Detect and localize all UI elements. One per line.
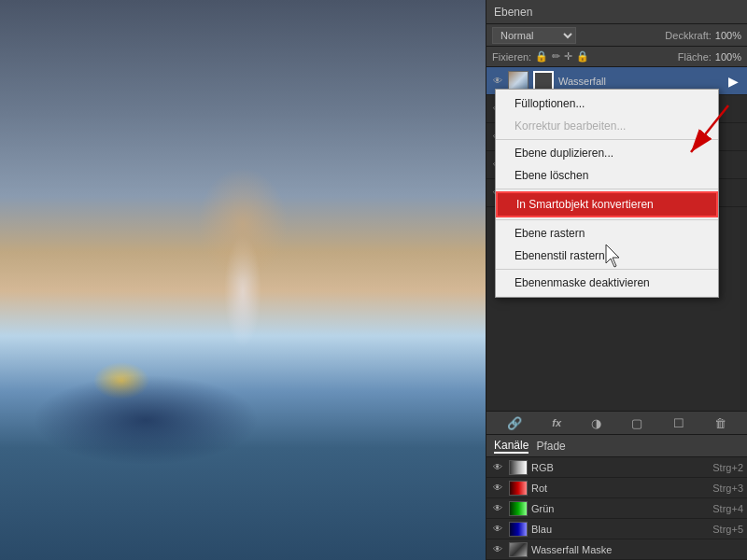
fix-icon-4[interactable]: 🔒 xyxy=(576,50,589,63)
menu-item-ebenenmaske[interactable]: Ebenenmaske deaktivieren xyxy=(496,272,718,294)
eye-icon-rot[interactable]: 👁 xyxy=(490,481,505,496)
eye-icon-wasserfall[interactable]: 👁 xyxy=(490,74,505,89)
channel-thumb-wmaske xyxy=(509,542,528,557)
adjustment-icon[interactable]: ◑ xyxy=(591,416,601,430)
blend-mode-select[interactable]: Normal xyxy=(492,27,576,44)
menu-separator-2 xyxy=(496,189,718,189)
menu-item-fulloption[interactable]: Fülloptionen... xyxy=(496,92,718,115)
menu-item-loschen[interactable]: Ebene löschen xyxy=(496,164,718,187)
flache-label: Fläche: xyxy=(678,51,712,63)
context-menu: Fülloptionen... Korrektur bearbeiten... … xyxy=(495,89,719,298)
menu-item-ebene-rastern[interactable]: Ebene rastern xyxy=(496,222,718,245)
menu-separator-3 xyxy=(496,219,718,220)
panel-title: Ebenen xyxy=(494,6,532,19)
fix-icon-1[interactable]: 🔒 xyxy=(535,50,548,63)
fix-icon-3[interactable]: ✛ xyxy=(564,50,572,63)
link-icon[interactable]: 🔗 xyxy=(507,416,522,430)
menu-item-smartobjekt[interactable]: In Smartobjekt konvertieren xyxy=(496,191,718,217)
canvas-image xyxy=(0,0,486,560)
channels-list: 👁 RGB Strg+2 👁 Rot Strg+3 👁 Grün Strg+4 … xyxy=(486,457,747,560)
new-layer-icon[interactable]: ☐ xyxy=(673,416,684,430)
channel-name-blau: Blau xyxy=(531,524,712,535)
bottom-icons: 🔗 fx ◑ ▢ ☐ 🗑 xyxy=(486,411,747,435)
channel-name-wmaske: Wasserfall Maske xyxy=(531,544,743,555)
tab-pfade[interactable]: Pfade xyxy=(536,440,565,453)
canvas-overlay xyxy=(0,0,486,560)
flache-value: 100% xyxy=(715,51,741,63)
canvas-area xyxy=(0,0,486,560)
channel-thumb-gruen xyxy=(509,501,528,516)
channel-wasserfall-maske[interactable]: 👁 Wasserfall Maske xyxy=(486,539,747,560)
channel-shortcut-rgb: Strg+2 xyxy=(712,462,743,473)
channel-thumb-rot xyxy=(509,481,528,496)
eye-icon-wmaske[interactable]: 👁 xyxy=(490,542,505,557)
fix-icon-2[interactable]: ✏ xyxy=(552,50,560,63)
group-icon[interactable]: ▢ xyxy=(631,416,642,430)
menu-separator-4 xyxy=(496,269,718,270)
eye-icon-gruen[interactable]: 👁 xyxy=(490,501,505,516)
fixieren-label: Fixieren: xyxy=(492,51,531,63)
channel-blau[interactable]: 👁 Blau Strg+5 xyxy=(486,519,747,539)
menu-item-duplizieren[interactable]: Ebene duplizieren... xyxy=(496,142,718,164)
channel-rgb[interactable]: 👁 RGB Strg+2 xyxy=(486,457,747,478)
fixieren-row: Fixieren: 🔒 ✏ ✛ 🔒 Fläche: 100% xyxy=(486,47,747,67)
panel-header: Ebenen xyxy=(486,0,747,24)
channel-shortcut-rot: Strg+3 xyxy=(712,483,743,494)
channel-thumb-rgb xyxy=(509,460,528,475)
menu-separator-1 xyxy=(496,139,718,140)
channel-shortcut-blau: Strg+5 xyxy=(712,524,743,535)
channel-gruen[interactable]: 👁 Grün Strg+4 xyxy=(486,498,747,519)
channel-thumb-blau xyxy=(509,522,528,537)
fx-icon[interactable]: fx xyxy=(552,417,561,428)
delete-icon[interactable]: 🗑 xyxy=(714,416,726,430)
opacity-label: Deckkraft: xyxy=(665,30,712,41)
eye-icon-rgb[interactable]: 👁 xyxy=(490,460,505,475)
eye-icon-blau[interactable]: 👁 xyxy=(490,522,505,537)
layer-name-wasserfall: Wasserfall xyxy=(556,76,728,87)
menu-item-ebenenstil-rastern[interactable]: Ebenenstil rastern xyxy=(496,245,718,267)
opacity-value: 100% xyxy=(715,30,741,41)
channels-header: Kanäle Pfade xyxy=(486,435,747,457)
channel-name-gruen: Grün xyxy=(531,503,712,514)
channel-rot[interactable]: 👁 Rot Strg+3 xyxy=(486,478,747,498)
menu-item-korrektur: Korrektur bearbeiten... xyxy=(496,115,718,137)
blend-opacity-row: Normal Deckkraft: 100% xyxy=(486,24,747,47)
channel-name-rot: Rot xyxy=(531,483,712,494)
layer-options-wasserfall[interactable]: ▶ xyxy=(728,74,743,89)
channel-name-rgb: RGB xyxy=(531,462,712,473)
tab-kanale[interactable]: Kanäle xyxy=(494,439,529,454)
channel-shortcut-gruen: Strg+4 xyxy=(712,503,743,514)
